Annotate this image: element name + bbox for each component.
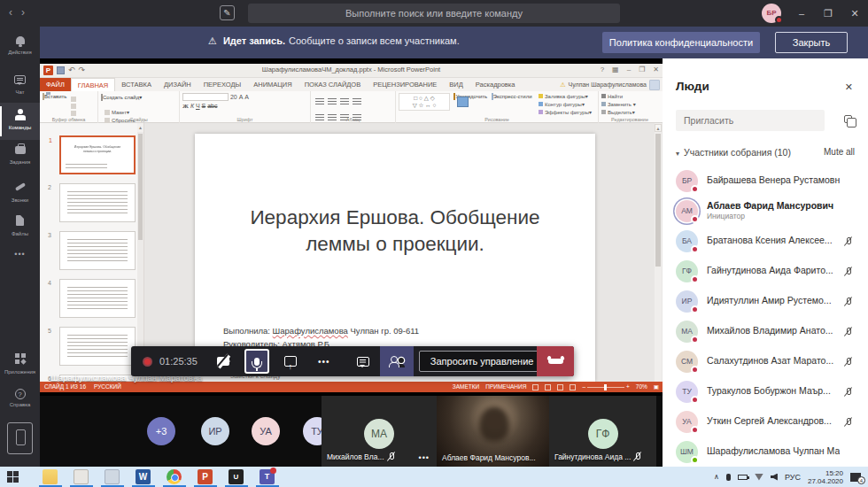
mic-muted-icon[interactable] [844,327,853,337]
participant-row[interactable]: СМ Салахутдинов Азат Марато... [663,347,868,377]
wifi-icon[interactable] [755,474,763,481]
new-slide-button[interactable]: Создать слайд▾ [101,93,142,100]
tile-more-icon[interactable]: ••• [419,453,430,462]
zoom-out-icon[interactable]: – [582,382,585,392]
mobile-device-button[interactable] [7,422,33,454]
slide-thumbnail-1[interactable]: 1Иерархия Ершова. Обобщение леммы о прое… [59,135,136,174]
participant-row[interactable]: БА Братанова Ксения Алексее... [663,227,868,257]
chrome-icon[interactable] [167,469,182,484]
slide-thumbnail-2[interactable]: 2 [59,183,136,222]
tab-review[interactable]: РЕЦЕНЗИРОВАНИЕ [367,78,443,91]
sidebar-item-calls[interactable]: Звонки [0,175,40,213]
sidebar-item-activity[interactable]: Действия [0,30,40,67]
participant-row[interactable]: ШМ Шарафулисламова Чулпан Мар... [663,437,868,468]
language-indicator[interactable]: РУС [785,473,801,482]
request-control-button[interactable]: Запросить управление [419,351,546,372]
numbering-icon[interactable] [328,98,337,105]
shape-outline-button[interactable]: Контур фигуры▾ [539,102,585,107]
font-name-select[interactable] [182,93,229,101]
slide-thumbnail-5[interactable]: 5 [59,327,136,366]
mic-muted-icon[interactable] [844,297,853,307]
participants-section-header[interactable]: ▾Участники собрания (10) [676,147,791,158]
clipboard-mini-buttons[interactable] [71,96,78,117]
tab-insert[interactable]: ВСТАВКА [115,78,158,91]
compose-icon[interactable]: ✎ [220,5,235,20]
replace-button[interactable]: Заменить ▾ [601,102,636,107]
layout-button[interactable]: Макет▾ [105,110,129,115]
start-button[interactable] [7,471,19,483]
notepad-icon[interactable] [74,469,89,484]
ppt-restore-icon[interactable]: ❐ [639,66,645,73]
participant-row[interactable]: БР Байрашева Венера Рустамовна [663,166,868,197]
sidebar-more-button[interactable]: ••• [0,244,40,282]
panel-close-icon[interactable]: ✕ [845,81,853,93]
mic-muted-icon[interactable] [844,387,853,398]
cut-icon[interactable] [71,97,76,102]
sidebar-item-help[interactable]: ?Справка [0,383,40,420]
hangup-button[interactable] [537,346,574,376]
thumbnails-scrollbar[interactable]: ▲ [137,123,143,382]
participant-row[interactable]: ИР Идиятуллин Амир Рустемо... [663,287,868,317]
clear-format-button[interactable]: abc [207,103,217,109]
word-icon[interactable]: W [136,469,151,484]
language-indicator[interactable]: РУССКИЙ [94,382,121,392]
participant-row[interactable]: ГФ Гайнутдинова Аида Фарито... [663,257,868,287]
scroll-up-icon[interactable]: ▲ [655,124,662,132]
arrange-button[interactable]: Упорядочить [453,93,487,99]
participant-row[interactable]: УА Уткин Сергей Александров... [663,407,868,437]
sidebar-item-files[interactable]: Файлы [0,209,40,246]
banner-close-button[interactable]: Закрыть [775,32,848,53]
tab-animations[interactable]: АНИМАЦИЯ [247,78,298,91]
copy-link-icon[interactable] [844,115,852,123]
sidebar-item-teams[interactable]: Команды [0,103,40,140]
quick-styles-button[interactable]: Экспресс-стили [492,93,532,99]
overflow-participants-avatar[interactable]: +3 [147,417,175,445]
window-restore-button[interactable]: ❐ [815,0,841,27]
slideshow-view-icon[interactable] [570,384,576,390]
ppt-minimize-icon[interactable]: – [627,66,631,73]
mic-muted-icon[interactable] [844,236,853,247]
file-explorer-icon[interactable] [43,469,58,484]
strikethrough-button[interactable]: S [202,103,206,109]
nav-arrows[interactable]: ‹› [9,6,34,19]
grow-shrink-font[interactable]: А А [239,94,249,100]
tray-expand-icon[interactable]: ∧ [714,473,719,481]
scroll-up-icon[interactable]: ▲ [137,123,143,132]
slide-thumbnail-3[interactable]: 3 [59,231,136,270]
mic-muted-icon[interactable] [844,267,853,277]
tab-storyboard[interactable]: Раскадровка [469,78,522,91]
shape-fill-button[interactable]: Заливка фигуры▾ [539,94,588,99]
line-spacing-icon[interactable] [353,98,361,105]
mute-all-button[interactable]: Mute all [824,147,855,157]
bullets-icon[interactable] [315,98,324,105]
participant-avatar[interactable]: УА [252,417,280,445]
format-painter-icon[interactable] [71,111,76,116]
zoom-in-icon[interactable]: + [626,382,630,392]
comments-toggle[interactable]: ПРИМЕЧАНИЯ [485,382,526,392]
chat-button[interactable] [346,346,380,376]
slide-canvas[interactable]: Иерархия Ершова. Обобщениелеммы о проекц… [195,134,595,382]
search-input[interactable]: Выполните поиск или введите команду [248,4,620,23]
volume-icon[interactable] [771,474,778,481]
notes-toggle[interactable]: ЗАМЕТКИ [453,382,479,392]
find-button[interactable]: Найти [601,94,623,99]
window-close-button[interactable]: ✕ [841,0,868,27]
zoom-control[interactable]: – + [582,382,629,392]
back-icon[interactable]: ‹ [9,6,21,19]
participant-row[interactable]: ТУ Туракулов Бобуржон Маър... [663,377,868,407]
normal-view-icon[interactable] [532,384,539,390]
ide-icon[interactable]: U [229,469,244,484]
ppt-account-area[interactable]: ⚠ Чулпан Шарафулисламова [560,78,660,91]
tab-view[interactable]: ВИД [443,78,469,91]
privacy-policy-button[interactable]: Политика конфиденциальности [602,32,760,53]
share-button[interactable]: ↑ [274,346,307,376]
mic-muted-icon[interactable] [844,357,853,367]
mic-toggle-button[interactable] [244,349,269,374]
tab-transitions[interactable]: ПЕРЕХОДЫ [198,78,248,91]
bold-button[interactable]: Ж [182,103,189,110]
zoom-slider[interactable] [587,387,624,388]
select-button[interactable]: Выделить▾ [601,110,635,115]
sidebar-item-assignments[interactable]: Задания [0,140,40,177]
sorter-view-icon[interactable] [545,384,551,390]
shapes-gallery[interactable]: □ ○ △ ◇▽ ☆ ↔ ○ [399,93,450,111]
